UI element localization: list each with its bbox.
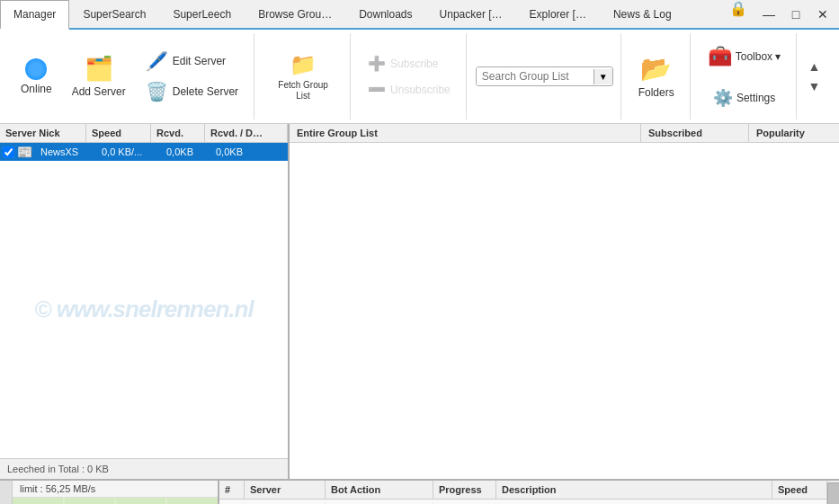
collapse-down-button[interactable]: ▼ — [806, 78, 822, 94]
ribbon-group-fetch: 📁 Fetch Group List — [256, 33, 351, 119]
delete-icon: 🗑️ — [146, 81, 168, 102]
speed-chart — [13, 498, 218, 504]
tab-browse-groups[interactable]: Browse Grou… — [245, 0, 345, 28]
leeched-total: Leeched in Total : 0 KB — [0, 458, 288, 479]
ribbon-group-server: Online 🗂️ Add Server 🖊️ Edit Server 🗑️ D… — [5, 33, 254, 119]
subscribe-label: Subscribe — [390, 57, 438, 70]
tab-unpacker[interactable]: Unpacker [… — [426, 0, 516, 28]
rcvd-d-column: Rcvd. / D… — [205, 124, 288, 142]
server-panel: Server Nick Speed Rcvd. Rcvd. / D… 📰 New… — [0, 124, 290, 479]
lock-icon: 🔒 — [724, 0, 753, 28]
subscribe-icon: ➕ — [368, 55, 386, 72]
connections-panel: # Server Bot Action Progress Description… — [219, 481, 826, 504]
folders-label: Folders — [638, 86, 674, 99]
bot-action-column: Bot Action — [326, 481, 433, 499]
speed-chart-svg — [13, 498, 218, 504]
vertical-scrollbar[interactable] — [826, 481, 839, 504]
speed-limit-label: limit : 56,25 MB/s — [13, 481, 218, 498]
online-button[interactable]: Online — [13, 37, 60, 116]
scrollbar-thumb[interactable] — [827, 482, 839, 504]
search-group-input[interactable] — [477, 67, 594, 85]
add-server-label: Add Server — [72, 85, 126, 98]
add-server-button[interactable]: 🗂️ Add Server — [64, 37, 134, 116]
search-input-wrap: ▼ — [476, 66, 613, 86]
tab-manager[interactable]: Manager — [0, 0, 69, 30]
unsubscribe-icon: ➖ — [368, 81, 386, 98]
ribbon-group-folders: 📂 Folders — [623, 33, 691, 119]
delete-server-label: Delete Server — [173, 85, 238, 98]
delete-server-button[interactable]: 🗑️ Delete Server — [138, 77, 246, 106]
tab-supersearch[interactable]: SuperSearch — [69, 0, 159, 28]
server-news-icon: 📰 — [17, 145, 32, 159]
group-list-header: Entire Group List Subscribed Popularity — [290, 124, 839, 143]
folders-icon: 📂 — [640, 54, 672, 84]
bottom-section: ◀ limit : 56,25 MB/s # Server Bot Action… — [0, 479, 839, 504]
ribbon-stacked-edit-delete: 🖊️ Edit Server 🗑️ Delete Server — [138, 37, 246, 116]
subscribe-button[interactable]: ➕ Subscribe — [360, 51, 459, 75]
fetch-group-button[interactable]: 📁 Fetch Group List — [263, 37, 343, 116]
unsubscribe-label: Unsubscribe — [390, 84, 451, 96]
server-speed-cell: 0,0 KB/... — [96, 145, 161, 159]
progress-column: Progress — [433, 481, 496, 499]
server-nick-cell: NewsXS — [35, 145, 96, 159]
description-column: Description — [496, 481, 772, 499]
settings-button[interactable]: ⚙️ Settings — [700, 80, 790, 116]
globe-icon — [25, 58, 47, 80]
speed-collapse-button[interactable]: ◀ — [0, 481, 13, 504]
toolbox-label: Toolbox ▾ — [736, 50, 781, 63]
settings-gear-icon: ⚙️ — [713, 88, 733, 108]
maximize-button[interactable]: □ — [783, 2, 808, 27]
collapse-up-button[interactable]: ▲ — [806, 58, 822, 75]
ribbon-group-toolbox: 🧰 Toolbox ▾ ⚙️ Settings — [692, 33, 798, 119]
toolbox-button[interactable]: 🧰 Toolbox ▾ — [700, 37, 790, 76]
speed-col-header: Speed — [772, 481, 826, 499]
server-row[interactable]: 📰 NewsXS 0,0 KB/... 0,0KB 0,0KB — [0, 143, 288, 161]
conn-server-1: 📰 NewsXS — [245, 501, 326, 505]
edit-server-button[interactable]: 🖊️ Edit Server — [138, 47, 246, 75]
tab-bar: Manager SuperSearch SuperLeech Browse Gr… — [0, 0, 839, 30]
add-server-icon: 🗂️ — [85, 55, 113, 83]
tab-superleech[interactable]: SuperLeech — [159, 0, 245, 28]
settings-label: Settings — [736, 92, 775, 104]
folders-button[interactable]: 📂 Folders — [630, 37, 683, 116]
speed-panel: limit : 56,25 MB/s — [13, 481, 219, 504]
ribbon-toolbar: Online 🗂️ Add Server 🖊️ Edit Server 🗑️ D… — [0, 30, 839, 124]
tab-downloads[interactable]: Downloads — [345, 0, 425, 28]
server-list-header: Server Nick Speed Rcvd. Rcvd. / D… — [0, 124, 288, 143]
subscribed-column: Subscribed — [641, 124, 749, 142]
online-label: Online — [21, 83, 52, 95]
minimize-button[interactable]: — — [756, 2, 781, 27]
search-dropdown-button[interactable]: ▼ — [594, 69, 612, 84]
ribbon-collapse-section: ▲ ▼ — [799, 33, 829, 119]
window-controls: — □ ✕ — [753, 0, 839, 28]
entire-group-column: Entire Group List — [290, 124, 641, 142]
close-button[interactable]: ✕ — [810, 2, 835, 27]
main-content: Server Nick Speed Rcvd. Rcvd. / D… 📰 New… — [0, 124, 839, 479]
connections-header: # Server Bot Action Progress Description… — [219, 481, 826, 500]
fetch-folder-icon: 📁 — [290, 52, 317, 77]
speed-column: Speed — [86, 124, 151, 142]
edit-server-label: Edit Server — [173, 55, 226, 67]
rcvd-column: Rcvd. — [151, 124, 205, 142]
toolbox-icon: 🧰 — [708, 45, 732, 68]
tab-news-log[interactable]: News & Log — [600, 0, 685, 28]
fetch-group-label: Fetch Group List — [272, 80, 335, 102]
ribbon-group-subscribe: ➕ Subscribe ➖ Unsubscribe — [353, 33, 467, 119]
watermark: © www.snelrennen.nl — [0, 161, 288, 458]
edit-icon: 🖊️ — [146, 50, 168, 72]
tab-explorer[interactable]: Explorer [… — [516, 0, 600, 28]
server-column: Server — [245, 481, 326, 499]
ribbon-stacked-sub: ➕ Subscribe ➖ Unsubscribe — [360, 37, 459, 116]
num-column: # — [219, 481, 245, 499]
server-rcvd-cell: 0,0KB — [161, 145, 210, 159]
server-rcvd-d-cell: 0,0KB — [210, 145, 288, 159]
popularity-column: Popularity — [749, 124, 839, 142]
search-group: ▼ — [469, 33, 621, 119]
group-list-content — [290, 143, 839, 479]
group-panel: Entire Group List Subscribed Popularity — [290, 124, 839, 479]
tab-spacer — [685, 0, 724, 28]
conn-row-1[interactable]: 1 📰 NewsXS Offline ( conn... — [219, 500, 826, 504]
unsubscribe-button[interactable]: ➖ Unsubscribe — [360, 77, 459, 102]
server-nick-column: Server Nick — [0, 124, 86, 142]
server-checkbox[interactable] — [3, 146, 14, 158]
